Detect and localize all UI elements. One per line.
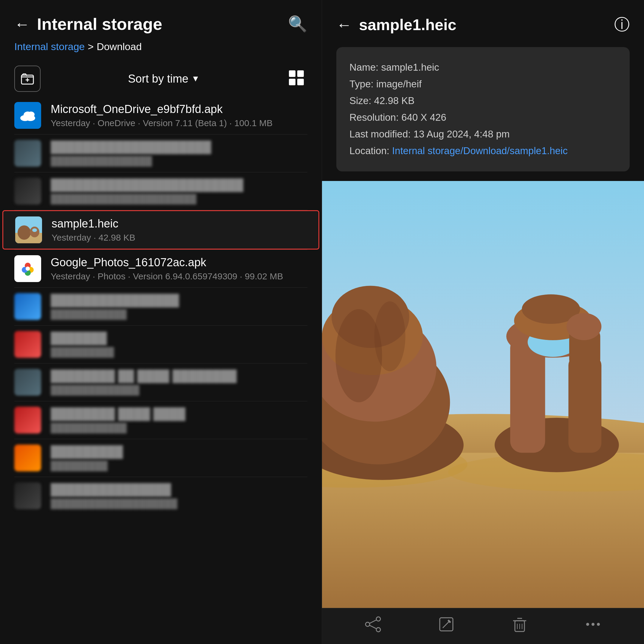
list-item[interactable]: ████████████████████████ ███████████████…: [0, 172, 322, 210]
sample1-preview-icon: [15, 216, 42, 243]
more-icon[interactable]: [584, 615, 602, 637]
view-toggle-button[interactable]: [287, 69, 307, 89]
right-header-left: ← sample1.heic: [336, 16, 456, 34]
svg-point-56: [592, 623, 595, 626]
share-svg: [364, 615, 382, 633]
list-item[interactable]: Google_Photos_161072ac.apk Yesterday · P…: [0, 250, 322, 287]
breadcrumb: Internal storage > Download: [0, 41, 322, 61]
desert-scene-svg: [322, 181, 644, 608]
info-size-row: Size: 42.98 KB: [349, 92, 617, 109]
file-name: ████████████████: [51, 294, 307, 307]
file-meta: █████████: [51, 461, 307, 471]
svg-line-45: [369, 620, 377, 623]
list-item[interactable]: ████████████████ ████████████: [0, 288, 322, 325]
share-icon[interactable]: [364, 615, 382, 637]
file-thumb-blurred: [14, 178, 41, 205]
svg-point-20: [26, 267, 30, 271]
info-size-value: 42.98 KB: [374, 95, 415, 106]
file-thumb-blurred: [14, 293, 41, 320]
file-name: ████████████████████████: [51, 179, 307, 191]
svg-point-55: [586, 623, 589, 626]
svg-rect-12: [18, 228, 30, 237]
svg-point-8: [27, 112, 35, 117]
file-meta: ██████████: [51, 347, 307, 357]
file-meta: Yesterday · Photos · Version 6.94.0.6597…: [51, 271, 307, 281]
edit-icon[interactable]: [437, 615, 455, 637]
breadcrumb-current: Download: [97, 41, 142, 52]
grid-view-icon: [287, 69, 307, 89]
file-name: ████████████████████: [51, 141, 307, 154]
info-type-row: Type: image/heif: [349, 76, 617, 92]
svg-rect-1: [289, 70, 295, 77]
info-modified-row: Last modified: 13 Aug 2024, 4:48 pm: [349, 126, 617, 143]
svg-point-42: [376, 617, 380, 621]
right-header: ← sample1.heic ⓘ: [322, 0, 644, 42]
info-size-label: Size:: [349, 95, 371, 106]
info-location-row: Location: Internal storage/Download/samp…: [349, 143, 617, 159]
info-name-row: Name: sample1.heic: [349, 59, 617, 76]
file-meta: ████████████: [51, 423, 307, 433]
search-icon[interactable]: 🔍: [288, 15, 307, 33]
svg-point-44: [376, 628, 380, 632]
file-name: ███████: [51, 332, 307, 345]
page-title: Internal storage: [37, 14, 162, 34]
file-meta: Yesterday · OneDrive · Version 7.11 (Bet…: [51, 118, 307, 128]
breadcrumb-separator: >: [88, 41, 94, 52]
svg-point-31: [335, 309, 382, 402]
list-item[interactable]: ███████████████ ████████████████████: [0, 477, 322, 515]
edit-svg: [437, 615, 455, 633]
svg-rect-4: [297, 79, 304, 85]
file-info-blurred: ███████ ██████████: [51, 332, 307, 357]
list-item-selected[interactable]: sample1.heic Yesterday · 42.98 KB: [2, 210, 319, 250]
file-meta: ███████████████████████: [51, 194, 307, 204]
bottom-bar: [322, 608, 644, 644]
info-modified-label: Last modified:: [349, 129, 411, 140]
file-name: sample1.heic: [52, 217, 306, 230]
info-modified-value: 13 Aug 2024, 4:48 pm: [414, 129, 510, 140]
file-name: ████████ ████ ████: [51, 408, 307, 420]
list-item[interactable]: ████████ ██ ████ ████████ ██████████████: [0, 363, 322, 401]
file-meta: Yesterday · 42.98 KB: [52, 233, 306, 243]
list-item[interactable]: ████████████████████ ████████████████: [0, 134, 322, 172]
list-item[interactable]: ███████ ██████████: [0, 326, 322, 363]
file-thumb-gphotos: [14, 255, 41, 282]
svg-point-41: [566, 313, 601, 340]
sort-button[interactable]: Sort by time ▼: [128, 72, 199, 85]
right-page-title: sample1.heic: [359, 16, 456, 34]
file-name: ███████████████: [51, 483, 307, 496]
list-item[interactable]: █████████ █████████: [0, 439, 322, 477]
file-list: Microsoft_OneDrive_e9bf7bfd.apk Yesterda…: [0, 97, 322, 644]
breadcrumb-link[interactable]: Internal storage: [14, 41, 85, 52]
info-location-value[interactable]: Internal storage/Download/sample1.heic: [392, 145, 568, 156]
image-preview: [322, 181, 644, 608]
sort-arrow-icon: ▼: [191, 74, 200, 83]
svg-line-46: [369, 625, 377, 629]
more-svg: [584, 615, 602, 633]
file-meta: ████████████████: [51, 156, 307, 166]
new-folder-button[interactable]: [14, 66, 41, 92]
right-back-button[interactable]: ←: [336, 17, 352, 32]
file-thumb-sample1: [15, 216, 42, 243]
file-info-blurred: ████████████████████████ ███████████████…: [51, 179, 307, 204]
info-type-value: image/heif: [376, 78, 422, 89]
file-info-blurred: █████████ █████████: [51, 445, 307, 471]
file-name: Microsoft_OneDrive_e9bf7bfd.apk: [51, 103, 307, 116]
file-thumb-blurred: [14, 369, 41, 396]
file-info-blurred: ████████████████████ ████████████████: [51, 141, 307, 166]
info-icon[interactable]: ⓘ: [614, 14, 630, 35]
left-header: ← Internal storage 🔍: [0, 0, 322, 41]
file-name: ████████ ██ ████ ████████: [51, 370, 307, 383]
file-info-blurred: ████████ ██ ████ ████████ ██████████████: [51, 370, 307, 395]
list-item[interactable]: Microsoft_OneDrive_e9bf7bfd.apk Yesterda…: [0, 97, 322, 134]
delete-icon[interactable]: [511, 615, 529, 637]
file-info-onedrive: Microsoft_OneDrive_e9bf7bfd.apk Yesterda…: [51, 103, 307, 128]
file-info-sample1: sample1.heic Yesterday · 42.98 KB: [52, 217, 306, 243]
svg-point-57: [597, 623, 600, 626]
back-button[interactable]: ←: [14, 16, 30, 32]
list-item[interactable]: ████████ ████ ████ ████████████: [0, 401, 322, 439]
delete-svg: [511, 615, 529, 633]
file-name: █████████: [51, 445, 307, 458]
svg-rect-3: [289, 79, 295, 85]
svg-point-43: [366, 622, 370, 626]
info-name-label: Name:: [349, 62, 378, 73]
